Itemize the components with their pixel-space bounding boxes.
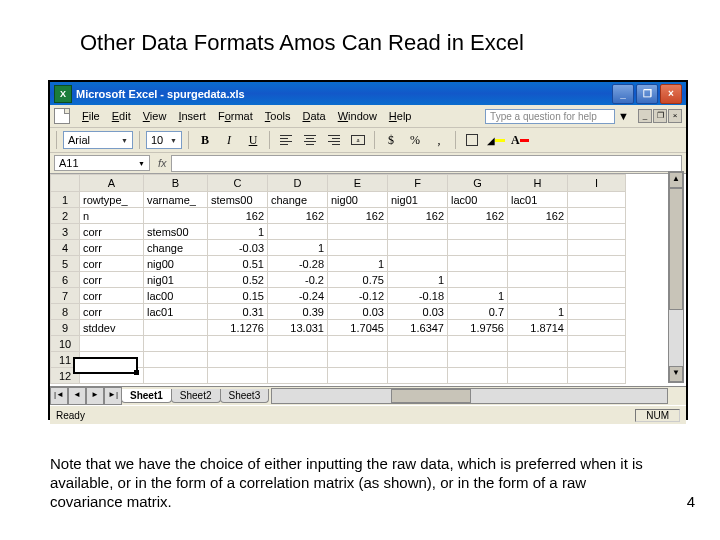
doc-close-button[interactable]: × — [668, 109, 682, 123]
cell[interactable]: 162 — [388, 208, 448, 224]
formula-bar[interactable] — [171, 155, 682, 172]
cell[interactable]: -0.03 — [208, 240, 268, 256]
cell[interactable] — [328, 352, 388, 368]
cell[interactable] — [208, 368, 268, 384]
cell[interactable] — [80, 368, 144, 384]
row-header[interactable]: 4 — [51, 240, 80, 256]
sheet-tab-3[interactable]: Sheet3 — [220, 389, 270, 403]
col-header-A[interactable]: A — [80, 175, 144, 192]
cell[interactable]: corr — [80, 224, 144, 240]
cell[interactable] — [80, 336, 144, 352]
menu-format[interactable]: Format — [212, 108, 259, 124]
row-header[interactable]: 11 — [51, 352, 80, 368]
cell[interactable]: 1 — [448, 288, 508, 304]
cell[interactable] — [568, 208, 626, 224]
cell[interactable] — [568, 272, 626, 288]
cell[interactable]: corr — [80, 304, 144, 320]
cell[interactable]: -0.24 — [268, 288, 328, 304]
currency-button[interactable]: $ — [381, 130, 401, 150]
cell[interactable] — [328, 368, 388, 384]
cell[interactable] — [568, 192, 626, 208]
row-header[interactable]: 10 — [51, 336, 80, 352]
cell[interactable]: stems00 — [144, 224, 208, 240]
cell[interactable] — [328, 224, 388, 240]
cell[interactable]: 1.1276 — [208, 320, 268, 336]
cell[interactable]: 13.031 — [268, 320, 328, 336]
cell[interactable] — [268, 336, 328, 352]
document-icon[interactable] — [54, 108, 70, 124]
tab-prev-button[interactable]: ◄ — [68, 387, 86, 405]
row-header[interactable]: 5 — [51, 256, 80, 272]
cell[interactable]: 162 — [328, 208, 388, 224]
cell[interactable] — [328, 336, 388, 352]
borders-button[interactable] — [462, 130, 482, 150]
cell[interactable]: 162 — [268, 208, 328, 224]
col-header-C[interactable]: C — [208, 175, 268, 192]
cell[interactable]: rowtype_ — [80, 192, 144, 208]
cell[interactable]: 0.15 — [208, 288, 268, 304]
cell[interactable] — [508, 240, 568, 256]
bold-button[interactable]: B — [195, 130, 215, 150]
cell[interactable] — [144, 352, 208, 368]
name-box[interactable]: A11▼ — [54, 155, 150, 171]
cell[interactable]: nig00 — [328, 192, 388, 208]
cell[interactable]: 0.75 — [328, 272, 388, 288]
cell[interactable] — [448, 368, 508, 384]
underline-button[interactable]: U — [243, 130, 263, 150]
cell[interactable] — [568, 304, 626, 320]
cell[interactable] — [80, 352, 144, 368]
cell[interactable] — [208, 352, 268, 368]
tab-last-button[interactable]: ►| — [104, 387, 122, 405]
cell[interactable] — [568, 256, 626, 272]
cell[interactable]: 1 — [388, 272, 448, 288]
hscroll-thumb[interactable] — [391, 389, 471, 403]
fill-color-button[interactable]: ◢ — [486, 130, 506, 150]
cell[interactable] — [448, 336, 508, 352]
cell[interactable]: stems00 — [208, 192, 268, 208]
cell[interactable] — [568, 352, 626, 368]
sheet-tab-2[interactable]: Sheet2 — [171, 389, 221, 403]
scroll-up-icon[interactable]: ▲ — [669, 172, 683, 188]
row-header[interactable]: 12 — [51, 368, 80, 384]
col-header-E[interactable]: E — [328, 175, 388, 192]
doc-minimize-button[interactable]: _ — [638, 109, 652, 123]
vertical-scrollbar[interactable]: ▲ ▼ — [668, 171, 684, 383]
cell[interactable]: corr — [80, 240, 144, 256]
cell[interactable] — [144, 320, 208, 336]
scroll-down-icon[interactable]: ▼ — [669, 366, 683, 382]
cell[interactable] — [448, 240, 508, 256]
merge-center-button[interactable]: a — [348, 130, 368, 150]
font-color-button[interactable]: A — [510, 130, 530, 150]
cell[interactable] — [508, 256, 568, 272]
cell[interactable]: 0.03 — [328, 304, 388, 320]
font-name-select[interactable]: Arial▼ — [63, 131, 133, 149]
cell[interactable]: n — [80, 208, 144, 224]
cell[interactable] — [568, 288, 626, 304]
col-header-D[interactable]: D — [268, 175, 328, 192]
cell[interactable] — [568, 224, 626, 240]
cell[interactable] — [144, 336, 208, 352]
cell[interactable]: nig01 — [388, 192, 448, 208]
row-header[interactable]: 1 — [51, 192, 80, 208]
doc-restore-button[interactable]: ❐ — [653, 109, 667, 123]
sheet-tab-1[interactable]: Sheet1 — [121, 389, 172, 403]
menu-edit[interactable]: Edit — [106, 108, 137, 124]
row-header[interactable]: 9 — [51, 320, 80, 336]
cell[interactable] — [268, 224, 328, 240]
cell[interactable]: change — [144, 240, 208, 256]
cell[interactable]: lac00 — [144, 288, 208, 304]
col-header-F[interactable]: F — [388, 175, 448, 192]
cell[interactable]: corr — [80, 256, 144, 272]
cell[interactable] — [268, 352, 328, 368]
horizontal-scrollbar[interactable] — [271, 388, 668, 404]
minimize-button[interactable]: _ — [612, 84, 634, 104]
col-header-G[interactable]: G — [448, 175, 508, 192]
align-left-button[interactable] — [276, 130, 296, 150]
cell[interactable] — [208, 336, 268, 352]
col-header-I[interactable]: I — [568, 175, 626, 192]
align-center-button[interactable] — [300, 130, 320, 150]
cell[interactable]: lac01 — [144, 304, 208, 320]
cell[interactable] — [388, 240, 448, 256]
cell[interactable] — [388, 352, 448, 368]
align-right-button[interactable] — [324, 130, 344, 150]
